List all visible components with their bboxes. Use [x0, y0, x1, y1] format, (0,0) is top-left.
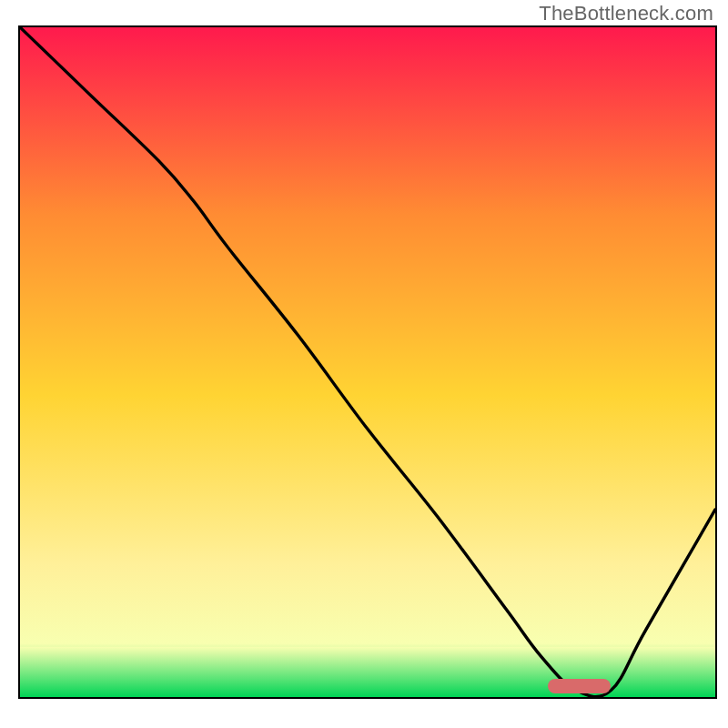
chart-container: TheBottleneck.com: [0, 0, 728, 728]
optimal-zone-marker: [548, 679, 611, 693]
plot-area: [18, 25, 717, 699]
curve-layer: [20, 27, 715, 697]
bottleneck-curve: [20, 27, 715, 697]
watermark-text: TheBottleneck.com: [539, 2, 713, 25]
